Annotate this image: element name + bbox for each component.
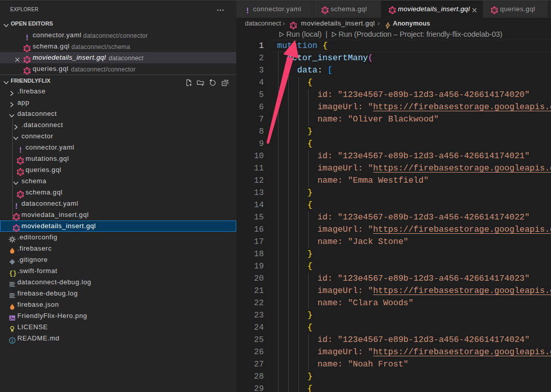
svg-text:{}: {}: [9, 270, 16, 277]
